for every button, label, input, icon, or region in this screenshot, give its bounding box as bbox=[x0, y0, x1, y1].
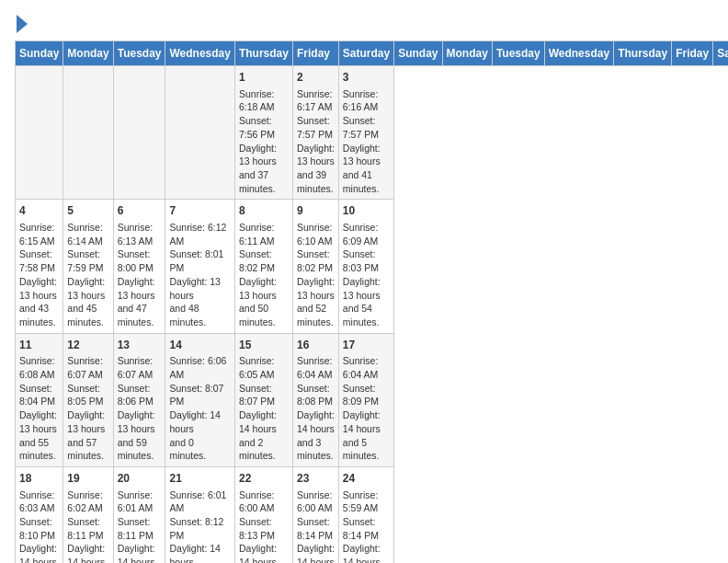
day-info: Sunrise: 6:13 AM bbox=[118, 221, 162, 247]
day-info: Sunrise: 6:09 AM bbox=[343, 221, 390, 247]
header-thursday: Thursday bbox=[234, 41, 292, 66]
day-number: 13 bbox=[118, 338, 162, 353]
day-info: Daylight: 14 hours bbox=[169, 542, 230, 563]
day-info: and 2 minutes. bbox=[239, 436, 289, 463]
day-info: Sunset: 8:11 PM bbox=[118, 515, 162, 542]
day-info: Daylight: 13 hours bbox=[297, 142, 335, 168]
day-info: Sunset: 8:03 PM bbox=[343, 247, 390, 274]
day-info: Sunset: 8:10 PM bbox=[19, 515, 59, 542]
day-info: Sunrise: 6:07 AM bbox=[118, 354, 162, 381]
day-info: and 0 minutes. bbox=[169, 436, 230, 463]
day-number: 7 bbox=[169, 203, 230, 219]
day-info: Sunrise: 6:17 AM bbox=[297, 87, 335, 114]
day-info: and 41 minutes. bbox=[343, 168, 390, 195]
header-friday: Friday bbox=[292, 41, 338, 66]
day-number: 9 bbox=[297, 203, 335, 219]
calendar-cell: 6Sunrise: 6:13 AMSunset: 8:00 PMDaylight… bbox=[113, 200, 165, 333]
day-info: Daylight: 14 hours bbox=[169, 408, 230, 435]
day-info: Sunset: 7:56 PM bbox=[239, 114, 289, 141]
logo bbox=[15, 15, 28, 33]
calendar-cell bbox=[63, 66, 113, 200]
day-number: 18 bbox=[19, 471, 59, 487]
day-info: Daylight: 14 hours bbox=[118, 542, 162, 563]
day-info: and 59 minutes. bbox=[118, 436, 162, 463]
day-info: and 5 minutes. bbox=[343, 436, 390, 463]
day-number: 17 bbox=[343, 338, 390, 353]
weekday-header-monday: Monday bbox=[442, 41, 492, 66]
day-info: Sunrise: 6:07 AM bbox=[67, 354, 108, 381]
day-info: Sunset: 8:01 PM bbox=[169, 247, 230, 274]
calendar-cell: 13Sunrise: 6:07 AMSunset: 8:06 PMDayligh… bbox=[113, 333, 165, 466]
calendar-week-row: 1Sunrise: 6:18 AMSunset: 7:56 PMDaylight… bbox=[16, 66, 729, 200]
day-info: Sunrise: 6:12 AM bbox=[169, 221, 230, 247]
day-info: Sunrise: 6:00 AM bbox=[297, 488, 335, 515]
calendar-cell: 17Sunrise: 6:04 AMSunset: 8:09 PMDayligh… bbox=[338, 333, 393, 466]
header-saturday: Saturday bbox=[338, 41, 393, 66]
calendar-cell: 2Sunrise: 6:17 AMSunset: 7:57 PMDaylight… bbox=[292, 66, 338, 200]
day-number: 16 bbox=[297, 338, 335, 353]
calendar-cell: 18Sunrise: 6:03 AMSunset: 8:10 PMDayligh… bbox=[16, 466, 63, 563]
day-info: Daylight: 13 hours bbox=[239, 142, 289, 168]
calendar-cell: 12Sunrise: 6:07 AMSunset: 8:05 PMDayligh… bbox=[63, 333, 113, 466]
calendar-cell bbox=[113, 66, 165, 200]
calendar-cell: 20Sunrise: 6:01 AMSunset: 8:11 PMDayligh… bbox=[113, 466, 165, 563]
day-info: Sunrise: 6:01 AM bbox=[118, 488, 162, 515]
day-info: Sunrise: 6:10 AM bbox=[297, 221, 335, 247]
day-info: Sunset: 8:02 PM bbox=[239, 247, 289, 274]
day-info: Sunset: 8:09 PM bbox=[343, 382, 390, 408]
calendar-cell bbox=[165, 66, 234, 200]
header-sunday: Sunday bbox=[16, 41, 63, 66]
calendar-cell: 8Sunrise: 6:11 AMSunset: 8:02 PMDaylight… bbox=[234, 200, 292, 333]
day-info: Sunset: 8:04 PM bbox=[19, 382, 59, 408]
day-info: Daylight: 14 hours bbox=[239, 542, 289, 563]
calendar-cell: 16Sunrise: 6:04 AMSunset: 8:08 PMDayligh… bbox=[292, 333, 338, 466]
calendar-cell: 15Sunrise: 6:05 AMSunset: 8:07 PMDayligh… bbox=[234, 333, 292, 466]
day-info: and 48 minutes. bbox=[169, 302, 230, 328]
day-number: 24 bbox=[343, 471, 390, 487]
day-info: Sunset: 8:11 PM bbox=[67, 515, 108, 542]
day-info: Sunset: 7:59 PM bbox=[67, 247, 108, 274]
day-info: Sunset: 7:58 PM bbox=[19, 247, 59, 274]
day-info: Sunrise: 6:18 AM bbox=[239, 87, 289, 114]
day-number: 10 bbox=[343, 203, 390, 219]
day-number: 22 bbox=[239, 471, 289, 487]
day-info: Sunset: 7:57 PM bbox=[343, 114, 390, 141]
day-info: Sunset: 8:06 PM bbox=[118, 382, 162, 408]
page-header bbox=[15, 15, 713, 33]
calendar-cell: 4Sunrise: 6:15 AMSunset: 7:58 PMDaylight… bbox=[16, 200, 63, 333]
day-info: Daylight: 13 hours bbox=[343, 275, 390, 302]
day-info: Sunrise: 6:06 AM bbox=[169, 354, 230, 381]
weekday-header-saturday: Saturday bbox=[713, 41, 728, 66]
day-info: Sunset: 8:05 PM bbox=[67, 382, 108, 408]
header-tuesday: Tuesday bbox=[113, 41, 165, 66]
day-info: Sunrise: 6:14 AM bbox=[67, 221, 108, 247]
day-number: 3 bbox=[343, 70, 390, 86]
day-info: Sunrise: 6:05 AM bbox=[239, 354, 289, 381]
calendar-cell: 21Sunrise: 6:01 AMSunset: 8:12 PMDayligh… bbox=[165, 466, 234, 563]
day-info: Sunrise: 6:02 AM bbox=[67, 488, 108, 515]
day-info: Daylight: 14 hours bbox=[19, 542, 59, 563]
calendar-cell: 10Sunrise: 6:09 AMSunset: 8:03 PMDayligh… bbox=[338, 200, 393, 333]
day-info: Sunrise: 6:11 AM bbox=[239, 221, 289, 247]
header-wednesday: Wednesday bbox=[165, 41, 234, 66]
day-number: 4 bbox=[19, 203, 59, 219]
calendar-cell: 3Sunrise: 6:16 AMSunset: 7:57 PMDaylight… bbox=[338, 66, 393, 200]
day-info: Daylight: 13 hours bbox=[19, 408, 59, 435]
calendar-cell: 23Sunrise: 6:00 AMSunset: 8:14 PMDayligh… bbox=[292, 466, 338, 563]
calendar-cell: 5Sunrise: 6:14 AMSunset: 7:59 PMDaylight… bbox=[63, 200, 113, 333]
calendar-cell: 7Sunrise: 6:12 AMSunset: 8:01 PMDaylight… bbox=[165, 200, 234, 333]
logo-arrow-icon bbox=[17, 15, 28, 33]
day-info: Sunset: 8:08 PM bbox=[297, 382, 335, 408]
day-number: 8 bbox=[239, 203, 289, 219]
calendar-header-row: SundayMondayTuesdayWednesdayThursdayFrid… bbox=[16, 41, 729, 66]
day-number: 11 bbox=[19, 338, 59, 353]
day-info: Daylight: 14 hours bbox=[297, 408, 335, 435]
day-info: Daylight: 14 hours bbox=[239, 408, 289, 435]
calendar-week-row: 11Sunrise: 6:08 AMSunset: 8:04 PMDayligh… bbox=[16, 333, 729, 466]
day-info: Sunrise: 6:08 AM bbox=[19, 354, 59, 381]
weekday-header-thursday: Thursday bbox=[614, 41, 672, 66]
day-info: Daylight: 13 hours bbox=[118, 408, 162, 435]
day-info: and 47 minutes. bbox=[118, 302, 162, 328]
day-info: and 3 minutes. bbox=[297, 436, 335, 463]
calendar-week-row: 4Sunrise: 6:15 AMSunset: 7:58 PMDaylight… bbox=[16, 200, 729, 333]
